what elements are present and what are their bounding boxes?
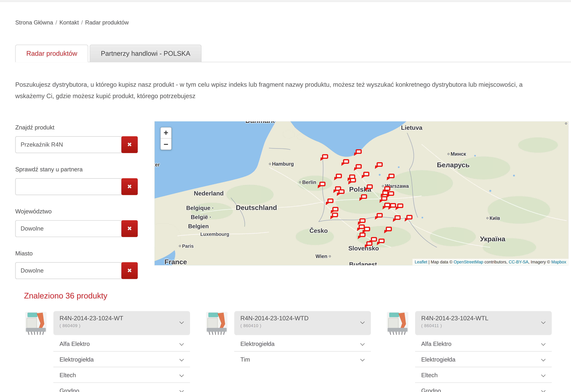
map-marker-icon[interactable] [354, 164, 362, 171]
map-marker-icon[interactable] [384, 227, 392, 233]
clear-button-wojew-dztwo[interactable]: ✖ [121, 220, 138, 237]
map-label-: Минск [448, 151, 466, 157]
zoom-out-button[interactable]: − [161, 139, 171, 150]
tab-bar: Radar produktówPartnerzy handlowi - POLS… [15, 44, 571, 62]
clear-button-miasto[interactable]: ✖ [121, 262, 138, 279]
map-label-slovensko: Slovensko [348, 245, 379, 252]
map-marker-icon[interactable] [365, 184, 373, 191]
tab-radar-produkt-w[interactable]: Radar produktów [15, 45, 88, 62]
map-marker-icon[interactable] [330, 213, 338, 219]
map-marker-icon[interactable] [375, 162, 383, 169]
filter-group-miasto: Miasto✖ [15, 250, 141, 279]
clear-x-icon: ✖ [127, 183, 132, 190]
map-marker-icon[interactable] [326, 199, 333, 205]
distributor-row-alfa-elektro[interactable]: Alfa Elektro [54, 336, 190, 351]
chevron-down-icon [360, 319, 365, 324]
map-label-: Беларусь [437, 161, 470, 169]
map-marker-icon[interactable] [393, 215, 401, 222]
filter-input-znajd-produkt[interactable] [15, 136, 123, 153]
map-label-berlin: Berlin [299, 179, 316, 185]
map-marker-icon[interactable] [348, 178, 356, 185]
breadcrumb-item-kontakt[interactable]: Kontakt [59, 19, 79, 26]
chevron-down-icon [179, 319, 184, 324]
attribution-text: , Imagery © [528, 260, 551, 264]
map-label-belgi: België · [191, 214, 212, 220]
distributor-row-elektrogie-da[interactable]: Elektrogiełda [234, 336, 371, 351]
clear-button-sprawd-stany-u-partnera[interactable]: ✖ [121, 178, 138, 195]
map-marker-icon[interactable] [405, 215, 413, 222]
distributor-row-elektrogie-da[interactable]: Elektrogiełda [54, 351, 190, 367]
map-label-belgique: Belgique · [186, 204, 214, 211]
filter-input-sprawd-stany-u-partnera[interactable] [15, 178, 123, 195]
map-label-: Київ [486, 215, 500, 221]
map-marker-icon[interactable] [334, 174, 342, 181]
map-label-belgien: Belgien [188, 223, 209, 230]
distributor-row-grodno[interactable]: Grodno [54, 383, 190, 392]
chevron-down-icon [541, 319, 545, 324]
product-select-r4n-2014-23-1024-wtl[interactable]: R4N-2014-23-1024-WTL( 860411 ) [415, 311, 552, 335]
city-dot-icon [269, 163, 271, 165]
product-select-r4n-2014-23-1024-wt[interactable]: R4N-2014-23-1024-WT( 860409 ) [54, 311, 190, 335]
filter-input-miasto[interactable] [15, 262, 123, 279]
clear-x-icon: ✖ [127, 267, 132, 274]
map-marker-icon[interactable] [358, 232, 366, 239]
map-marker-icon[interactable] [380, 196, 387, 203]
product-card-r4n-2014-23-1024-wt: R4N-2014-23-1024-WT( 860409 )Alfa Elektr… [23, 311, 191, 392]
product-name: R4N-2014-23-1024-WTD [240, 315, 356, 322]
distributor-row-elektrogie-da[interactable]: Elektrogiełda [415, 351, 552, 367]
attribution-text: | Map data © [427, 260, 454, 264]
map-label-wien: Wien [315, 253, 331, 259]
distributor-row-alfa-elektro[interactable]: Alfa Elektro [415, 336, 552, 351]
map-marker-icon[interactable] [396, 203, 403, 210]
map-marker-icon[interactable] [375, 213, 383, 220]
map-marker-icon[interactable] [358, 218, 366, 225]
map-label-ter: ter [155, 162, 160, 168]
map-label-nederland: Nederland [194, 190, 224, 197]
city-dot-icon [329, 255, 331, 257]
attribution-link-cc-by-sa[interactable]: CC-BY-SA [509, 260, 528, 264]
map-marker-icon[interactable] [318, 182, 326, 189]
clear-button-znajd-produkt[interactable]: ✖ [121, 136, 138, 153]
city-dot-icon [179, 245, 181, 247]
map-label-: Україна [480, 235, 505, 243]
distributor-row-tim[interactable]: Tim [234, 351, 371, 367]
city-dot-icon [486, 217, 488, 219]
map-label-esko: Česko [310, 228, 328, 234]
chevron-down-icon [179, 373, 184, 377]
filter-label-wojew-dztwo: Województwo [15, 208, 141, 215]
chevron-down-icon [179, 357, 184, 361]
clear-x-icon: ✖ [127, 141, 132, 148]
map-marker-icon[interactable] [387, 174, 395, 181]
map-label-hamburg: Hamburg [269, 161, 294, 167]
map-marker-icon[interactable] [359, 194, 367, 201]
product-select-r4n-2014-23-1024-wtd[interactable]: R4N-2014-23-1024-WTD( 860410 ) [234, 311, 371, 335]
attribution-link-mapbox[interactable]: Mapbox [551, 260, 566, 264]
map-marker-icon[interactable] [365, 241, 372, 248]
map-marker-icon[interactable] [342, 159, 349, 166]
map-marker-icon[interactable] [321, 154, 328, 161]
attribution-link-leaflet[interactable]: Leaflet [415, 260, 427, 264]
chevron-down-icon [541, 388, 545, 392]
filter-input-wojew-dztwo[interactable] [15, 220, 123, 237]
chevron-down-icon [179, 388, 184, 392]
map-marker-icon[interactable] [354, 149, 362, 156]
filter-label-sprawd-stany-u-partnera: Sprawdź stany u partnera [15, 166, 141, 173]
attribution-link-openstreetmap[interactable]: OpenStreetMap [454, 260, 483, 264]
map-attribution: Leaflet | Map data © OpenStreetMap contr… [412, 259, 569, 265]
breadcrumb-item-strona-g-wna[interactable]: Strona Główna [15, 19, 53, 26]
chevron-down-icon [360, 357, 365, 361]
tab-partnerzy-handlowi-polska[interactable]: Partnerzy handlowi - POLSKA [90, 45, 201, 62]
product-code: ( 860411 ) [421, 323, 537, 328]
map-marker-icon[interactable] [362, 172, 369, 179]
zoom-in-button[interactable]: + [161, 128, 171, 139]
map-marker-icon[interactable] [337, 189, 344, 196]
city-dot-icon [448, 153, 449, 155]
top-strip [0, 0, 571, 2]
distributor-row-grodno[interactable]: Grodno [415, 383, 552, 392]
map-marker-icon[interactable] [388, 203, 396, 210]
map-canvas[interactable]: DanmarkLietuvaМинскБеларусьHamburgBerlin… [155, 121, 569, 265]
chevron-down-icon [360, 341, 365, 346]
map-marker-icon[interactable] [377, 239, 385, 246]
distributor-row-eltech[interactable]: Eltech [54, 367, 190, 383]
distributor-row-eltech[interactable]: Eltech [415, 367, 552, 383]
